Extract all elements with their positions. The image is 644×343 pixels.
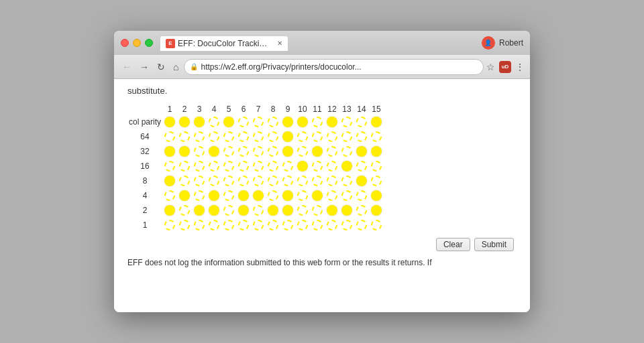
dot-cell[interactable] <box>162 174 177 188</box>
dot-cell[interactable] <box>177 188 192 203</box>
dot-cell[interactable] <box>339 159 354 174</box>
dot-cell[interactable] <box>162 115 177 129</box>
home-button[interactable]: ⌂ <box>170 60 181 74</box>
dot-cell[interactable] <box>192 159 207 174</box>
dot-cell[interactable] <box>310 159 325 174</box>
dot-cell[interactable] <box>339 218 354 232</box>
dot-cell[interactable] <box>207 115 221 129</box>
dot-cell[interactable] <box>369 129 384 144</box>
dot-cell[interactable] <box>280 174 295 188</box>
dot-cell[interactable] <box>221 174 236 188</box>
dot-cell[interactable] <box>339 203 354 218</box>
dot-cell[interactable] <box>207 159 221 174</box>
dot-cell[interactable] <box>192 144 207 159</box>
dot-cell[interactable] <box>236 218 251 232</box>
dot-cell[interactable] <box>295 129 310 144</box>
dot-cell[interactable] <box>192 218 207 232</box>
dot-cell[interactable] <box>354 129 369 144</box>
dot-cell[interactable] <box>325 159 339 174</box>
dot-cell[interactable] <box>221 203 236 218</box>
dot-cell[interactable] <box>177 115 192 129</box>
dot-cell[interactable] <box>280 159 295 174</box>
dot-cell[interactable] <box>207 144 221 159</box>
dot-cell[interactable] <box>295 144 310 159</box>
dot-cell[interactable] <box>310 218 325 232</box>
dot-cell[interactable] <box>251 218 266 232</box>
dot-cell[interactable] <box>207 203 221 218</box>
dot-cell[interactable] <box>221 115 236 129</box>
menu-icon[interactable]: ⋮ <box>515 62 525 72</box>
dot-cell[interactable] <box>192 174 207 188</box>
dot-cell[interactable] <box>369 159 384 174</box>
dot-cell[interactable] <box>310 188 325 203</box>
close-button[interactable] <box>121 39 129 47</box>
dot-cell[interactable] <box>310 115 325 129</box>
dot-cell[interactable] <box>192 129 207 144</box>
forward-button[interactable]: → <box>137 60 152 74</box>
dot-cell[interactable] <box>295 115 310 129</box>
dot-cell[interactable] <box>266 115 280 129</box>
dot-cell[interactable] <box>266 159 280 174</box>
dot-cell[interactable] <box>310 174 325 188</box>
dot-cell[interactable] <box>310 203 325 218</box>
dot-cell[interactable] <box>280 115 295 129</box>
dot-cell[interactable] <box>325 203 339 218</box>
minimize-button[interactable] <box>133 39 141 47</box>
dot-cell[interactable] <box>251 115 266 129</box>
dot-cell[interactable] <box>266 129 280 144</box>
dot-cell[interactable] <box>266 174 280 188</box>
dot-cell[interactable] <box>354 218 369 232</box>
maximize-button[interactable] <box>145 39 153 47</box>
dot-cell[interactable] <box>310 144 325 159</box>
dot-cell[interactable] <box>266 144 280 159</box>
dot-cell[interactable] <box>236 129 251 144</box>
dot-cell[interactable] <box>251 174 266 188</box>
dot-cell[interactable] <box>310 129 325 144</box>
dot-cell[interactable] <box>266 218 280 232</box>
dot-cell[interactable] <box>266 188 280 203</box>
active-tab[interactable]: E EFF: DocuColor Tracking Do... ✕ <box>160 36 288 51</box>
dot-cell[interactable] <box>207 174 221 188</box>
dot-cell[interactable] <box>177 144 192 159</box>
dot-cell[interactable] <box>369 188 384 203</box>
dot-cell[interactable] <box>280 203 295 218</box>
dot-cell[interactable] <box>192 203 207 218</box>
tab-close-icon[interactable]: ✕ <box>277 40 282 47</box>
refresh-button[interactable]: ↻ <box>154 60 168 74</box>
dot-cell[interactable] <box>325 115 339 129</box>
dot-cell[interactable] <box>162 203 177 218</box>
dot-cell[interactable] <box>236 203 251 218</box>
dot-cell[interactable] <box>221 218 236 232</box>
dot-cell[interactable] <box>354 144 369 159</box>
dot-cell[interactable] <box>266 203 280 218</box>
dot-cell[interactable] <box>207 188 221 203</box>
dot-cell[interactable] <box>354 203 369 218</box>
dot-cell[interactable] <box>339 115 354 129</box>
dot-cell[interactable] <box>236 188 251 203</box>
dot-cell[interactable] <box>325 218 339 232</box>
dot-cell[interactable] <box>354 159 369 174</box>
dot-cell[interactable] <box>162 144 177 159</box>
dot-cell[interactable] <box>162 188 177 203</box>
dot-cell[interactable] <box>295 174 310 188</box>
address-bar[interactable]: 🔒 <box>184 59 484 75</box>
dot-cell[interactable] <box>236 174 251 188</box>
dot-cell[interactable] <box>251 203 266 218</box>
dot-cell[interactable] <box>162 218 177 232</box>
dot-cell[interactable] <box>221 188 236 203</box>
dot-cell[interactable] <box>177 174 192 188</box>
bookmark-icon[interactable]: ☆ <box>486 62 495 72</box>
dot-cell[interactable] <box>295 203 310 218</box>
dot-cell[interactable] <box>207 218 221 232</box>
dot-cell[interactable] <box>325 188 339 203</box>
dot-cell[interactable] <box>354 188 369 203</box>
dot-cell[interactable] <box>354 174 369 188</box>
dot-cell[interactable] <box>177 159 192 174</box>
dot-cell[interactable] <box>295 159 310 174</box>
back-button[interactable]: ← <box>119 60 134 74</box>
dot-cell[interactable] <box>339 188 354 203</box>
dot-cell[interactable] <box>369 115 384 129</box>
dot-cell[interactable] <box>251 129 266 144</box>
dot-cell[interactable] <box>325 129 339 144</box>
dot-cell[interactable] <box>325 144 339 159</box>
